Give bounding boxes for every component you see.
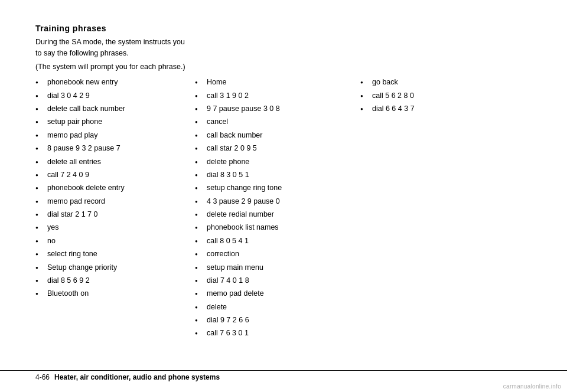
list-item: ●Home — [195, 77, 354, 88]
item-text: delete — [207, 302, 354, 313]
bullet-icon: ● — [195, 330, 204, 337]
bullet-icon: ● — [195, 106, 204, 113]
list-item: ●phonebook new entry — [35, 77, 189, 88]
list-item: ●4 3 pause 2 9 pause 0 — [195, 196, 354, 207]
column-3: ●go back●call 5 6 2 8 0●dial 6 6 4 3 7 — [360, 77, 478, 116]
bullet-icon: ● — [35, 238, 45, 245]
intro-text: During the SA mode, the system instructs… — [35, 37, 189, 59]
list-item: ●dial 6 6 4 3 7 — [360, 103, 478, 115]
item-text: dial 7 4 0 1 8 — [207, 275, 354, 286]
item-text: Home — [207, 77, 354, 88]
bullet-icon: ● — [195, 172, 204, 179]
item-text: memo pad record — [47, 196, 189, 207]
item-text: Bluetooth on — [47, 288, 189, 299]
list-item: ●delete call back number — [35, 103, 189, 115]
item-text: call 7 2 4 0 9 — [47, 169, 189, 181]
bullet-icon: ● — [195, 304, 204, 311]
item-text: setup change ring tone — [207, 182, 354, 194]
bullet-icon: ● — [35, 251, 45, 258]
list-item: ●Bluetooth on — [35, 288, 189, 299]
page-footer: 4-66 Heater, air conditioner, audio and … — [0, 370, 567, 381]
item-text: call 5 6 2 8 0 — [372, 90, 478, 102]
item-text: call back number — [207, 130, 354, 141]
list-item: ●call 3 1 9 0 2 — [195, 90, 354, 102]
bullet-icon: ● — [195, 145, 204, 152]
item-text: call 8 0 5 4 1 — [207, 236, 354, 247]
item-text: call star 2 0 9 5 — [207, 143, 354, 154]
list-item: ●select ring tone — [35, 249, 189, 260]
bullet-icon: ● — [195, 211, 204, 218]
item-text: delete all entries — [47, 156, 189, 168]
item-text: go back — [372, 77, 478, 88]
bullet-icon: ● — [35, 119, 45, 126]
bullet-icon: ● — [35, 277, 45, 285]
item-text: dial 9 7 2 6 6 — [207, 315, 354, 326]
item-text: memo pad delete — [207, 288, 354, 299]
page-number: 4-66 — [35, 373, 50, 381]
item-text: phonebook list names — [207, 222, 354, 233]
list-item: ●call star 2 0 9 5 — [195, 143, 354, 154]
item-text: call 7 6 3 0 1 — [207, 328, 354, 339]
item-text: Setup change priority — [47, 262, 189, 273]
bullet-icon: ● — [195, 198, 204, 205]
bullet-icon: ● — [35, 79, 45, 86]
bullet-icon: ● — [195, 79, 204, 86]
bullet-icon: ● — [35, 224, 45, 231]
bullet-icon: ● — [195, 159, 204, 166]
list-item: ●dial star 2 1 7 0 — [35, 209, 189, 220]
bullet-icon: ● — [35, 145, 45, 152]
list-item: ●memo pad delete — [195, 288, 354, 299]
list-item: ●memo pad play — [35, 130, 189, 141]
item-text: correction — [207, 249, 354, 260]
list-item: ●yes — [35, 222, 189, 233]
list-item: ●Setup change priority — [35, 262, 189, 273]
list-item: ●cancel — [195, 116, 354, 128]
item-text: dial 8 3 0 5 1 — [207, 169, 354, 181]
list-item: ●9 7 pause pause 3 0 8 — [195, 103, 354, 115]
list-item: ●correction — [195, 249, 354, 260]
bullet-icon: ● — [35, 93, 45, 100]
bullet-icon: ● — [35, 290, 45, 298]
item-text: dial star 2 1 7 0 — [47, 209, 189, 220]
bullet-icon: ● — [195, 251, 204, 258]
item-text: setup pair phone — [47, 116, 189, 128]
list-item: ●no — [35, 236, 189, 247]
item-text: dial 8 5 6 9 2 — [47, 275, 189, 286]
bullet-icon: ● — [35, 185, 45, 192]
item-text: memo pad play — [47, 130, 189, 141]
item-text: 9 7 pause pause 3 0 8 — [207, 103, 354, 115]
section-title: Training phrases — [35, 24, 532, 33]
item-text: delete call back number — [47, 103, 189, 115]
list-item: ●call 7 6 3 0 1 — [195, 328, 354, 339]
list-item: ●setup main menu — [195, 262, 354, 273]
bullet-icon: ● — [360, 93, 370, 100]
bullet-icon: ● — [35, 106, 45, 113]
list-item: ●call 8 0 5 4 1 — [195, 236, 354, 247]
column-1: ●phonebook new entry●dial 3 0 4 2 9●dele… — [35, 77, 195, 301]
item-text: delete redial number — [207, 209, 354, 220]
bullet-icon: ● — [195, 317, 204, 324]
bullet-icon: ● — [35, 172, 45, 179]
bullet-icon: ● — [195, 119, 204, 126]
bullet-icon: ● — [35, 198, 45, 205]
list-item: ●phonebook list names — [195, 222, 354, 233]
item-text: setup main menu — [207, 262, 354, 273]
bullet-icon: ● — [360, 106, 370, 113]
list-item: ●8 pause 9 3 2 pause 7 — [35, 143, 189, 154]
bullet-icon: ● — [195, 238, 204, 245]
list-item: ●setup change ring tone — [195, 182, 354, 194]
bullet-icon: ● — [35, 132, 45, 139]
bullet-icon: ● — [360, 79, 370, 86]
list-item: ●call 7 2 4 0 9 — [35, 169, 189, 181]
bullet-icon: ● — [35, 264, 45, 272]
bullet-icon: ● — [195, 290, 204, 298]
columns-wrapper: ●phonebook new entry●dial 3 0 4 2 9●dele… — [35, 77, 532, 341]
bullet-icon: ● — [195, 93, 204, 100]
list-item: ●dial 8 5 6 9 2 — [35, 275, 189, 286]
column-2: ●Home●call 3 1 9 0 2●9 7 pause pause 3 0… — [195, 77, 360, 341]
item-text: dial 3 0 4 2 9 — [47, 90, 189, 102]
item-text: 4 3 pause 2 9 pause 0 — [207, 196, 354, 207]
list-item: ●memo pad record — [35, 196, 189, 207]
item-text: dial 6 6 4 3 7 — [372, 103, 478, 115]
bullet-icon: ● — [195, 185, 204, 192]
